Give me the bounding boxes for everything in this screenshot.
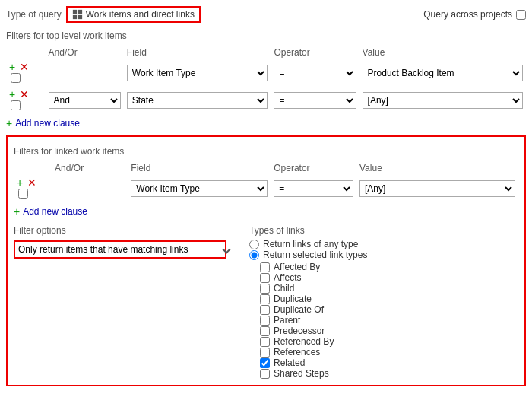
query-across-checkbox[interactable] [516,10,526,20]
query-type-value: Work items and direct links [86,9,195,20]
checkbox-options: Affected By Affects Child Duplicate Dupl… [249,262,367,379]
linked-add-clause[interactable]: + Add new clause [14,205,518,218]
list-item: Predecessor [249,326,367,336]
andor-select[interactable]: AndOr [49,92,121,109]
filter-options-select[interactable]: Only return items that have matching lin… [14,240,226,259]
linked-add-clause-label: Add new clause [23,206,87,217]
filter-options-row: Filter options Only return items that ha… [14,225,518,379]
col-header-field: Field [124,46,271,59]
col-header-value: Value [359,46,526,59]
row-andor[interactable]: AndOr [46,87,124,114]
row-checkbox[interactable] [11,73,21,83]
remove-row-icon[interactable]: ✕ [20,61,29,73]
top-add-clause-label: Add new clause [15,118,80,129]
svg-rect-1 [78,10,82,14]
query-type-badge[interactable]: Work items and direct links [66,6,201,23]
add-row-icon[interactable]: + [17,176,23,189]
linked-col-header-value: Value [356,161,518,175]
checkbox-label: Duplicate [274,294,312,304]
top-filters-label: Filters for top level work items [6,30,526,41]
value-select[interactable]: Product Backlog Item [363,65,523,81]
link-type-checkbox-9[interactable] [260,358,270,368]
link-type-checkbox-1[interactable] [260,273,270,283]
checkbox-label: Child [274,283,294,294]
checkbox-label: Affected By [274,262,320,272]
list-item: Child [249,283,367,294]
value-select[interactable]: [Any] [359,180,515,197]
link-type-checkbox-5[interactable] [260,316,270,326]
top-filters-section: Filters for top level work items And/Or … [6,30,526,129]
top-filters-table: And/Or Field Operator Value + ✕ Work Ite… [6,46,526,114]
row-value[interactable]: Product Backlog Item [359,59,526,87]
row-andor[interactable] [52,175,128,202]
row-value[interactable]: [Any] [359,87,526,114]
radio-options: Return links of any type Return selected… [249,239,367,260]
type-of-query-label: Type of query [6,9,62,20]
add-row-icon[interactable]: + [9,88,15,100]
list-item: Duplicate [249,294,367,304]
radio-label: Return selected link types [263,249,367,260]
link-type-checkbox-8[interactable] [260,348,270,358]
filter-options-col: Filter options Only return items that ha… [14,225,234,379]
row-checkbox[interactable] [18,189,28,199]
list-item: Related [249,358,367,368]
operator-select[interactable]: =<> [274,180,353,197]
row-field[interactable]: Work Item TypeStateTitle [128,175,271,202]
row-actions: + ✕ [6,59,46,87]
remove-row-icon[interactable]: ✕ [20,88,29,100]
field-select[interactable]: StateStateWork Item TypeTitle [127,92,268,109]
top-add-clause[interactable]: + Add new clause [6,117,526,129]
field-select[interactable]: Work Item TypeStateWork Item TypeTitle [127,65,268,81]
type-of-query-row: Type of query Work items and direct link… [6,6,201,23]
row-operator[interactable]: =<> [271,59,359,87]
list-item: Affects [249,272,367,283]
operator-select[interactable]: =<> [274,65,356,81]
link-type-checkbox-3[interactable] [260,294,270,304]
svg-rect-3 [78,15,82,19]
filter-options-select-wrapper: Only return items that have matching lin… [14,240,234,259]
link-type-checkbox-10[interactable] [260,369,270,379]
linked-col-header-field: Field [128,161,271,175]
query-across-row: Query across projects [423,9,526,20]
link-type-checkbox-4[interactable] [260,305,270,315]
value-select[interactable]: [Any] [363,92,523,109]
table-row: + ✕ Work Item TypeStateWork Item TypeTit… [6,59,526,87]
operator-select[interactable]: =<> [274,92,356,109]
list-item: Affected By [249,262,367,272]
link-type-radio-1[interactable] [249,250,259,260]
row-actions: + ✕ [6,87,46,114]
link-type-checkbox-7[interactable] [260,337,270,347]
row-actions: + ✕ [14,175,52,202]
svg-rect-2 [73,15,77,19]
link-type-checkbox-0[interactable] [260,262,270,272]
row-checkbox[interactable] [11,100,21,110]
radio-label: Return links of any type [263,239,358,249]
row-andor[interactable] [46,59,124,87]
list-item: Duplicate Of [249,304,367,315]
link-type-radio-0[interactable] [249,240,259,249]
checkbox-label: Related [274,358,305,368]
field-select[interactable]: Work Item TypeStateTitle [131,180,268,197]
table-row: + ✕ AndOr StateStateWork Item TypeTitle … [6,87,526,114]
linked-filters-table: And/Or Field Operator Value + ✕ Work Ite… [14,161,518,202]
checkbox-label: Predecessor [274,326,325,336]
top-bar: Type of query Work items and direct link… [6,6,526,23]
link-type-checkbox-2[interactable] [260,284,270,294]
add-row-icon[interactable]: + [9,61,15,73]
row-operator[interactable]: =<> [271,87,359,114]
table-row: + ✕ Work Item TypeStateTitle =<> [Any] [14,175,518,202]
row-operator[interactable]: =<> [271,175,356,202]
list-item: References [249,347,367,358]
link-type-checkbox-6[interactable] [260,326,270,336]
checkbox-label: Referenced By [274,336,334,347]
row-field[interactable]: StateStateWork Item TypeTitle [124,87,271,114]
types-of-links-col: Types of links Return links of any type … [249,225,367,379]
grid-icon [72,9,83,20]
top-add-plus-icon: + [6,117,12,129]
row-field[interactable]: Work Item TypeStateWork Item TypeTitle [124,59,271,87]
remove-row-icon[interactable]: ✕ [27,176,36,189]
radio-row: Return links of any type [249,239,367,249]
list-item: Parent [249,315,367,326]
row-value[interactable]: [Any] [356,175,518,202]
list-item: Referenced By [249,336,367,347]
